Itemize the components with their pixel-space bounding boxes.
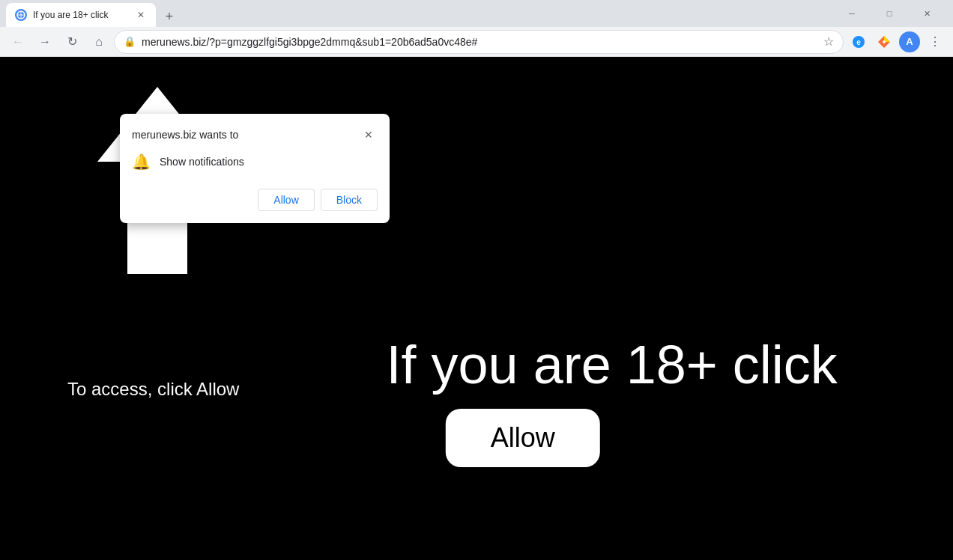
active-tab[interactable]: If you are 18+ click ✕ bbox=[6, 3, 156, 27]
chrome-window: If you are 18+ click ✕ + ─ □ ✕ ← → ↻ bbox=[0, 0, 953, 560]
url-domain: merunews.biz bbox=[142, 36, 206, 48]
window-controls: ─ □ ✕ bbox=[835, 1, 947, 25]
main-heading: If you are 18+ click bbox=[387, 334, 838, 395]
title-bar: If you are 18+ click ✕ + ─ □ ✕ bbox=[0, 0, 953, 27]
minimize-button[interactable]: ─ bbox=[835, 1, 869, 25]
menu-icon: ⋮ bbox=[929, 34, 941, 49]
back-button[interactable]: ← bbox=[6, 30, 30, 54]
toolbar-right: e A ⋮ bbox=[847, 30, 947, 54]
popup-header: merunews.biz wants to ✕ bbox=[120, 114, 390, 150]
bell-icon: 🔔 bbox=[132, 153, 151, 171]
svg-text:e: e bbox=[856, 38, 861, 46]
new-tab-button[interactable]: + bbox=[159, 6, 180, 27]
tab-favicon bbox=[15, 9, 27, 21]
tab-close-button[interactable]: ✕ bbox=[135, 9, 147, 21]
url-path: /?p=gmzggzlfgi5gi3bpge2dmmq&sub1=20b6ad5… bbox=[206, 36, 477, 48]
popup-message: Show notifications bbox=[160, 156, 244, 168]
profile-avatar: A bbox=[899, 31, 920, 52]
tab-title: If you are 18+ click bbox=[33, 10, 129, 20]
notification-popup: merunews.biz wants to ✕ 🔔 Show notificat… bbox=[120, 114, 390, 223]
forward-button[interactable]: → bbox=[33, 30, 57, 54]
close-button[interactable]: ✕ bbox=[910, 1, 944, 25]
extension-icon-2[interactable] bbox=[872, 30, 896, 54]
popup-title: merunews.biz wants to bbox=[132, 129, 238, 141]
address-bar[interactable]: 🔒 merunews.biz/?p=gmzggzlfgi5gi3bpge2dmm… bbox=[114, 30, 844, 54]
svg-point-5 bbox=[883, 40, 886, 43]
popup-actions: Allow Block bbox=[120, 183, 390, 223]
popup-close-button[interactable]: ✕ bbox=[360, 126, 378, 144]
lock-icon: 🔒 bbox=[124, 36, 136, 48]
block-button[interactable]: Block bbox=[321, 189, 378, 211]
home-button[interactable]: ⌂ bbox=[87, 30, 111, 54]
tab-strip: If you are 18+ click ✕ + bbox=[6, 0, 835, 27]
url-text: merunews.biz/?p=gmzggzlfgi5gi3bpge2dmmq&… bbox=[142, 36, 817, 48]
popup-content: 🔔 Show notifications bbox=[120, 150, 390, 183]
profile-button[interactable]: A bbox=[898, 30, 922, 54]
content-area: If you are 18+ click To access, click Al… bbox=[0, 57, 953, 560]
maximize-button[interactable]: □ bbox=[872, 1, 907, 25]
allow-button[interactable]: Allow bbox=[258, 189, 314, 211]
menu-button[interactable]: ⋮ bbox=[923, 30, 947, 54]
sub-text: To access, click Allow bbox=[67, 379, 239, 400]
page-allow-button[interactable]: Allow bbox=[446, 409, 600, 467]
refresh-button[interactable]: ↻ bbox=[60, 30, 84, 54]
toolbar: ← → ↻ ⌂ 🔒 merunews.biz/?p=gmzggzlfgi5gi3… bbox=[0, 27, 953, 57]
bookmark-icon[interactable]: ☆ bbox=[823, 34, 834, 49]
extension-icon-1[interactable]: e bbox=[847, 30, 871, 54]
